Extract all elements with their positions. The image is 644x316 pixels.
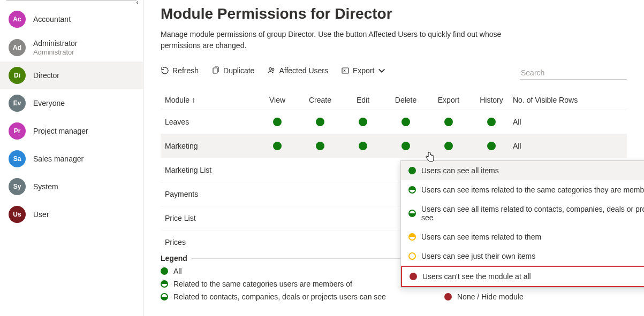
permission-dot[interactable] xyxy=(316,142,324,150)
sidebar-item-label: Project manager xyxy=(33,126,88,136)
sidebar-item-label: Director xyxy=(33,71,59,80)
avatar: Pr xyxy=(9,122,26,140)
refresh-button[interactable]: Refresh xyxy=(161,66,199,75)
permission-dot[interactable] xyxy=(487,142,496,150)
dot-none-icon xyxy=(444,293,452,300)
module-name: Prices xyxy=(165,238,256,246)
users-icon xyxy=(267,66,276,75)
sidebar: ‹ Ac Accountant Ad Administrator Adminis… xyxy=(0,0,143,316)
dropdown-option-own[interactable]: Users can see just their own items xyxy=(401,246,644,266)
affected-users-button[interactable]: Affected Users xyxy=(267,66,328,75)
module-name: Marketing xyxy=(165,142,256,150)
sidebar-item-director[interactable]: Di Director xyxy=(0,61,143,89)
dot-own-icon xyxy=(408,252,416,260)
page-title: Module Permissions for Director xyxy=(161,5,627,22)
duplicate-label: Duplicate xyxy=(223,66,254,75)
column-delete[interactable]: Delete xyxy=(384,96,427,104)
avatar: Ad xyxy=(9,39,26,56)
column-create[interactable]: Create xyxy=(299,96,342,104)
permission-dot[interactable] xyxy=(444,142,453,150)
permission-dot[interactable] xyxy=(273,118,282,126)
permission-dot[interactable] xyxy=(487,118,496,126)
sidebar-item-user[interactable]: Us User xyxy=(0,201,143,228)
refresh-label: Refresh xyxy=(172,66,199,75)
affected-label: Affected Users xyxy=(279,66,328,75)
svg-point-2 xyxy=(272,68,275,71)
permission-dot[interactable] xyxy=(444,118,453,126)
permission-dot[interactable] xyxy=(316,118,324,126)
page-description: Manage module permissions of group Direc… xyxy=(161,29,503,51)
column-visible-rows[interactable]: No. of Visible Rows xyxy=(513,96,623,104)
sidebar-item-label: Accountant xyxy=(33,14,71,24)
permission-dot[interactable] xyxy=(359,142,367,150)
collapse-icon[interactable]: ‹ xyxy=(136,0,139,6)
export-label: Export xyxy=(353,66,374,75)
dot-contacts-icon xyxy=(161,293,168,300)
dot-categories-icon xyxy=(161,280,168,288)
avatar: Sa xyxy=(9,150,26,167)
sidebar-item-sublabel: Administrátor xyxy=(33,48,77,56)
dot-all-icon xyxy=(408,167,416,174)
table-header: Module ↑ View Create Edit Delete Export … xyxy=(161,90,627,110)
export-button[interactable]: Export xyxy=(341,66,386,75)
dropdown-option-contacts[interactable]: Users can see all items related to conta… xyxy=(401,199,644,227)
legend-title: Legend xyxy=(161,254,187,263)
visible-rows-value: All xyxy=(513,118,623,126)
column-module[interactable]: Module ↑ xyxy=(165,96,256,104)
sort-asc-icon: ↑ xyxy=(192,96,195,104)
dot-categories-icon xyxy=(408,186,416,194)
module-name: Price List xyxy=(165,214,256,222)
avatar: Ev xyxy=(9,95,26,112)
svg-rect-0 xyxy=(213,68,217,73)
sidebar-item-label: Sales manager xyxy=(33,154,84,164)
permission-dropdown: Users can see all items Users can see it… xyxy=(400,160,644,288)
column-history[interactable]: History xyxy=(470,96,513,104)
duplicate-button[interactable]: Duplicate xyxy=(211,66,254,75)
module-name: Payments xyxy=(165,190,256,198)
svg-point-1 xyxy=(269,68,272,71)
sidebar-item-project-manager[interactable]: Pr Project manager xyxy=(0,117,143,145)
avatar: Us xyxy=(9,206,26,223)
column-view[interactable]: View xyxy=(256,96,299,104)
sidebar-item-administrator[interactable]: Ad Administrator Administrátor xyxy=(0,33,143,61)
sidebar-item-everyone[interactable]: Ev Everyone xyxy=(0,89,143,117)
permission-dot[interactable] xyxy=(401,118,410,126)
dot-all-icon xyxy=(161,267,168,275)
avatar: Di xyxy=(9,67,26,84)
table-row[interactable]: Leaves All xyxy=(161,110,627,134)
toolbar: Refresh Duplicate Affected Users Export xyxy=(161,66,627,81)
sidebar-item-sales-manager[interactable]: Sa Sales manager xyxy=(0,145,143,173)
svg-rect-3 xyxy=(342,68,348,73)
refresh-icon xyxy=(161,66,169,75)
main-content: Module Permissions for Director Manage m… xyxy=(143,0,644,316)
dropdown-option-all[interactable]: Users can see all items xyxy=(401,161,644,180)
module-name: Leaves xyxy=(165,118,256,126)
excel-icon xyxy=(341,66,350,75)
sidebar-item-label: System xyxy=(33,182,58,191)
dot-none-icon xyxy=(410,273,417,280)
dropdown-option-related[interactable]: Users can see items related to them xyxy=(401,227,644,246)
module-name: Marketing List xyxy=(165,166,256,174)
duplicate-icon xyxy=(211,66,220,75)
chevron-down-icon xyxy=(377,66,386,75)
sidebar-item-label: Administrator xyxy=(33,38,77,48)
legend-item: Related to contacts, companies, deals or… xyxy=(161,292,444,301)
dot-contacts-icon xyxy=(408,210,416,217)
permission-dot[interactable] xyxy=(359,118,367,126)
avatar: Sy xyxy=(9,178,26,195)
sidebar-item-accountant[interactable]: Ac Accountant xyxy=(0,5,143,33)
visible-rows-value: All xyxy=(513,142,623,150)
table-row[interactable]: Marketing All xyxy=(161,134,627,158)
legend-item: None / Hide module xyxy=(444,292,524,301)
sidebar-item-system[interactable]: Sy System xyxy=(0,173,143,201)
dropdown-option-none[interactable]: Users can't see the module at all xyxy=(401,266,644,287)
column-edit[interactable]: Edit xyxy=(342,96,384,104)
dot-related-icon xyxy=(408,233,416,241)
avatar: Ac xyxy=(9,11,26,28)
permission-dot[interactable] xyxy=(273,142,282,150)
dropdown-option-categories[interactable]: Users can see items related to the same … xyxy=(401,180,644,199)
search-input[interactable] xyxy=(520,66,627,80)
sidebar-item-label: User xyxy=(33,210,49,219)
permission-dot[interactable] xyxy=(401,142,410,150)
column-export[interactable]: Export xyxy=(427,96,470,104)
